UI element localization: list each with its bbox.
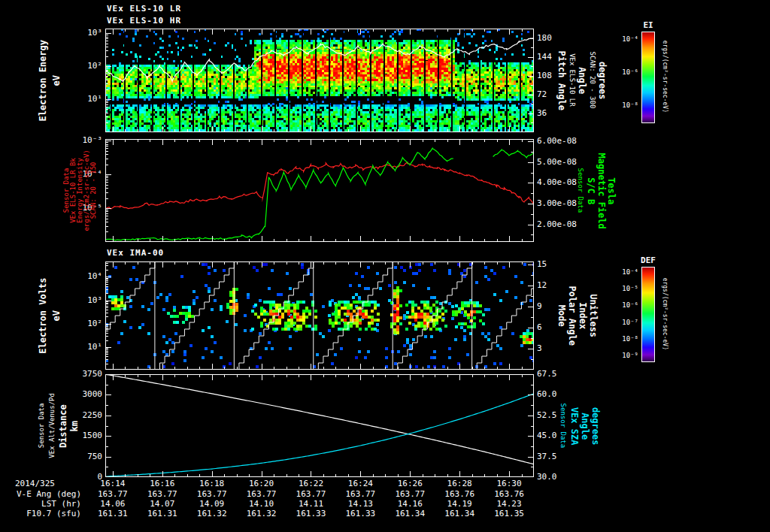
els_spec-colorbar-title: EI: [635, 20, 661, 30]
panel1-title-lr: VEx ELS-10 LR: [107, 4, 181, 14]
footer-value: 14.23: [487, 499, 532, 509]
ephemeris-right-tick-label: 52.5: [537, 410, 557, 420]
ima_spec-colorbar-tick-label: 10⁻⁶: [607, 301, 638, 310]
time-tick-label: 16:18: [194, 479, 230, 488]
intensity_bfield-right-tick-label: 5.00e-08: [537, 157, 577, 167]
els-colorbar: [641, 32, 655, 123]
ephemeris-left-axis-label: Sensor Data: [38, 313, 46, 532]
ima_spec-right-tick-label: 15: [537, 259, 547, 269]
footer-value: 14.09: [189, 499, 235, 509]
footer-value: 163.77: [387, 489, 432, 499]
els_spec-left-axis-label: Electron Energy: [38, 0, 48, 193]
intensity_bfield-right-tick-label: 6.00e-08: [537, 136, 577, 146]
ima_spec-right-tick-label: 9: [537, 301, 542, 311]
els_spec-right-tick-label: 72: [537, 89, 547, 99]
footer-value: 14.07: [140, 499, 185, 509]
ephemeris-right-tick-label: 30.0: [537, 472, 557, 482]
els_spec-colorbar-units-label: ergs/(cm²-sr-sec-eV): [661, 0, 668, 189]
ima_spec-colorbar-tick-label: 10⁻⁹: [607, 352, 638, 360]
footer-value: 14.06: [90, 499, 135, 509]
els_spec-left-tick-label: 10³: [59, 28, 102, 38]
ephemeris-left-axis-label: VEx Alt/Venus/Pd: [48, 313, 56, 532]
footer-value: 161.31: [140, 509, 185, 518]
ephemeris-right-axis-label: Sensor Data: [559, 313, 568, 532]
footer-value: 161.32: [189, 509, 235, 518]
footer-value: 14.16: [387, 499, 432, 509]
els_spec-right-tick-label: 144: [537, 52, 552, 62]
ima_spec-right-tick-label: 3: [537, 343, 542, 353]
ephemeris-right-axis-label: VEx SZA: [569, 313, 580, 532]
ephemeris-right-axis-label: degrees: [590, 313, 601, 532]
els_spec-right-tick-label: 180: [537, 33, 552, 43]
vex-quicklook-plot-page: VEx ELS-10 LR VEx ELS-10 HR VEx IMA-00 2…: [0, 0, 770, 532]
els_spec-right-tick-label: 108: [537, 71, 552, 80]
footer-value: 14.10: [239, 499, 284, 509]
ima_spec-right-tick-label: 6: [537, 322, 542, 332]
footer-value: 161.31: [90, 509, 135, 518]
ima_spec-left-tick-label: 10³: [59, 295, 102, 305]
ephemeris-right-axis-label: Angle: [580, 313, 590, 532]
footer-value: 161.35: [487, 509, 532, 518]
altitude-sza-line-canvas: [105, 374, 534, 477]
time-tick-label: 16:14: [95, 479, 131, 488]
footer-value: 163.77: [239, 489, 284, 499]
footer-value: 14.11: [288, 499, 333, 509]
footer-value: 161.34: [437, 509, 482, 518]
panel1-title-hr: VEx ELS-10 HR: [107, 16, 181, 26]
footer-value: 161.33: [338, 509, 383, 518]
els_spec-right-tick-label: 36: [537, 108, 547, 118]
time-tick-label: 16:26: [392, 479, 428, 488]
intensity_bfield-right-tick-label: 4.00e-08: [537, 177, 577, 187]
ima_spec-colorbar-tick-label: 10⁻⁴: [607, 268, 638, 277]
footer-value: 161.34: [387, 509, 432, 518]
panel3-title: VEx IMA-00: [107, 248, 164, 258]
ephemeris-right-tick-label: 45.0: [537, 431, 557, 440]
time-tick-label: 16:20: [244, 479, 280, 488]
footer-value: 161.32: [239, 509, 284, 518]
ima-colorbar: [641, 267, 655, 362]
els_spec-colorbar-tick-label: 10⁻⁴: [607, 35, 638, 44]
els_spec-left-axis-label: eV: [51, 0, 62, 193]
intensity_bfield-left-axis-label: SCAN: 20 - 150: [89, 77, 98, 303]
footer-value: 163.77: [90, 489, 135, 499]
footer-value: 163.77: [288, 489, 333, 499]
els_spec-colorbar-tick-label: 10⁻⁶: [607, 68, 638, 77]
ephemeris-right-tick-label: 67.5: [537, 369, 557, 379]
ima_spec-colorbar-units-label: ergs/(cm²-sr-sec-eV): [661, 201, 668, 426]
footer-value: 14.13: [338, 499, 383, 509]
els_spec-left-tick-label: 10²: [59, 61, 102, 71]
ima_spec-left-tick-label: 10⁴: [59, 271, 102, 281]
footer-value: 14.19: [437, 499, 482, 509]
ephemeris-left-axis-label: km: [69, 313, 80, 532]
time-tick-label: 16:24: [342, 479, 378, 488]
ima_spec-right-tick-label: 12: [537, 280, 547, 290]
ephemeris-left-axis-label: Distance: [58, 313, 68, 532]
ima-spectrogram-canvas: [105, 261, 534, 370]
time-tick-label: 16:30: [491, 479, 527, 488]
ephemeris-right-tick-label: 37.5: [537, 452, 557, 461]
ima_spec-colorbar-title: DEF: [635, 255, 661, 265]
intensity-bfield-line-canvas: [105, 139, 534, 242]
ima_spec-colorbar-tick-label: 10⁻⁷: [607, 319, 638, 327]
footer-value: 161.33: [288, 509, 333, 518]
ephemeris-right-tick-label: 60.0: [537, 389, 557, 399]
time-tick-label: 16:22: [293, 479, 329, 488]
ima_spec-colorbar-tick-label: 10⁻⁸: [607, 335, 638, 343]
time-tick-label: 16:28: [441, 479, 477, 488]
footer-value: 163.77: [189, 489, 235, 499]
footer-value: 163.77: [338, 489, 383, 499]
ima_spec-colorbar-tick-label: 10⁻⁵: [607, 285, 638, 293]
footer-value: 163.76: [487, 489, 532, 499]
time-tick-label: 16:16: [144, 479, 180, 488]
footer-value: 163.77: [140, 489, 185, 499]
els-pitch-angle-spectrogram-canvas: [105, 29, 534, 132]
footer-value: 163.76: [437, 489, 482, 499]
